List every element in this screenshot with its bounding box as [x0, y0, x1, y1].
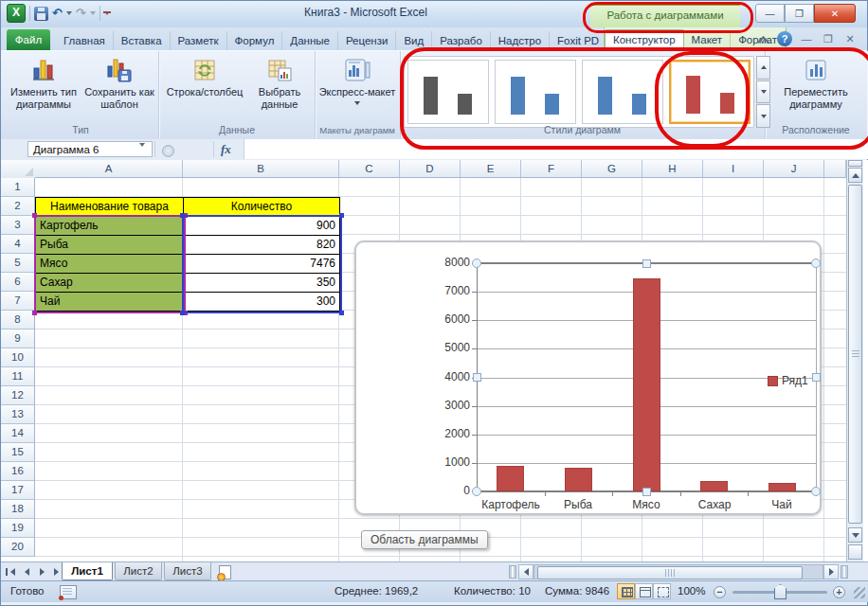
scroll-up-button[interactable] — [848, 168, 862, 183]
insert-function-icon[interactable]: fx — [221, 142, 231, 157]
row-header-7[interactable]: 7 — [1, 292, 35, 311]
chart-style-option-2[interactable] — [495, 60, 576, 124]
ribbon-tab-3[interactable]: Формул — [227, 31, 283, 50]
hscroll-right-button[interactable] — [823, 564, 839, 579]
chart-object[interactable]: 010002000300040005000600070008000Картофе… — [354, 241, 822, 515]
workbook-minimize-icon[interactable]: — — [799, 31, 814, 46]
name-box-dropdown-icon[interactable] — [139, 143, 145, 147]
previous-sheet-icon[interactable] — [21, 565, 33, 579]
scrollbar-split-handle[interactable] — [848, 160, 862, 167]
undo-dropdown-icon[interactable] — [66, 11, 72, 15]
row-header-16[interactable]: 16 — [1, 462, 35, 481]
zoom-in-button[interactable]: + — [833, 586, 845, 598]
column-header-C[interactable]: C — [339, 160, 400, 178]
row-header-1[interactable]: 1 — [1, 178, 35, 197]
worksheet-area[interactable]: ABCDEFGHIJ 12345678910111213141516171819… — [1, 160, 868, 561]
zoom-level[interactable]: 100% — [678, 585, 705, 597]
column-header-A[interactable]: A — [35, 160, 183, 178]
next-sheet-icon[interactable] — [36, 565, 48, 579]
row-header-12[interactable]: 12 — [1, 386, 35, 405]
ribbon-tab-5[interactable]: Рецензи — [338, 31, 396, 50]
name-box[interactable]: Диаграмма 6 — [27, 141, 153, 157]
ribbon-tab-7[interactable]: Разрабо — [432, 31, 491, 50]
selection-handle-square[interactable] — [812, 373, 821, 382]
save-icon[interactable] — [34, 7, 48, 21]
tab-split-handle[interactable] — [509, 565, 516, 579]
row-header-11[interactable]: 11 — [1, 367, 35, 386]
selection-handle-circle[interactable] — [472, 258, 481, 268]
close-button[interactable]: ✕ — [814, 4, 856, 23]
help-icon[interactable] — [777, 31, 792, 46]
selection-handle-square[interactable] — [473, 373, 481, 382]
selection-handle-circle[interactable] — [811, 258, 821, 268]
save-as-template-button[interactable]: Сохранить как шаблон — [82, 54, 156, 111]
workbook-close-icon[interactable]: ✕ — [842, 31, 858, 46]
zoom-out-button[interactable]: − — [714, 586, 726, 598]
selection-handle-square[interactable] — [642, 259, 651, 268]
hscroll-left-button[interactable] — [518, 564, 533, 579]
restore-button[interactable]: ❐ — [785, 4, 814, 23]
range-handle[interactable] — [32, 311, 37, 315]
minimize-button[interactable]: — — [755, 4, 785, 23]
row-header-18[interactable]: 18 — [1, 500, 35, 519]
range-handle[interactable] — [180, 311, 185, 315]
scroll-down-button[interactable] — [848, 527, 862, 543]
selection-handle-square[interactable] — [642, 488, 651, 496]
select-data-button[interactable]: Выбрать данные — [249, 54, 310, 111]
ribbon-tab-0[interactable]: Главная — [56, 31, 114, 50]
sheet-tab-3[interactable]: Лист3 — [164, 562, 211, 580]
range-handle[interactable] — [339, 213, 344, 218]
column-header-B[interactable]: B — [183, 160, 339, 178]
formula-input[interactable] — [244, 139, 868, 159]
sheet-tab-1[interactable]: Лист1 — [62, 562, 113, 580]
row-header-10[interactable]: 10 — [1, 348, 35, 367]
page-break-view-button[interactable] — [653, 583, 671, 599]
excel-logo-icon[interactable] — [7, 4, 26, 23]
range-handle[interactable] — [180, 213, 185, 218]
row-header-6[interactable]: 6 — [1, 273, 35, 292]
resize-grip[interactable] — [854, 587, 865, 598]
chart-bar-2[interactable] — [565, 468, 592, 491]
range-handle[interactable] — [32, 213, 37, 218]
sheet-tab-2[interactable]: Лист2 — [115, 562, 162, 580]
ribbon-tab-8[interactable]: Надстро — [491, 31, 550, 50]
column-header-D[interactable]: D — [400, 160, 461, 178]
chart-style-option-4[interactable] — [669, 60, 750, 124]
chart-style-option-3[interactable] — [582, 60, 663, 124]
horizontal-scrollbar[interactable] — [533, 564, 823, 579]
row-header-17[interactable]: 17 — [1, 481, 35, 500]
undo-icon[interactable]: ↶ — [52, 6, 63, 21]
row-header-19[interactable]: 19 — [1, 519, 35, 538]
select-all-corner[interactable] — [1, 160, 36, 179]
ribbon-tab-9[interactable]: Foxit PD — [550, 31, 607, 50]
column-header-F[interactable]: F — [521, 160, 582, 178]
ribbon-tab-2[interactable]: Разметк — [171, 31, 227, 50]
first-sheet-icon[interactable] — [6, 565, 18, 579]
ribbon-tab-1[interactable]: Вставка — [114, 31, 171, 50]
column-header-G[interactable]: G — [582, 160, 642, 178]
row-header-5[interactable]: 5 — [1, 254, 35, 273]
minimize-ribbon-icon[interactable] — [755, 31, 770, 46]
zoom-slider-thumb[interactable] — [774, 584, 787, 599]
scrollbar-split-handle[interactable] — [841, 565, 848, 579]
column-header-H[interactable]: H — [642, 160, 703, 178]
insert-worksheet-button[interactable] — [215, 564, 238, 579]
ribbon-tab-4[interactable]: Данные — [282, 31, 338, 50]
row-header-13[interactable]: 13 — [1, 405, 35, 424]
selection-handle-circle[interactable] — [811, 487, 821, 496]
vertical-scroll-thumb[interactable] — [848, 185, 862, 524]
workbook-restore-icon[interactable]: ❐ — [821, 31, 836, 46]
chart-bar-3[interactable] — [633, 278, 660, 491]
chart-bar-5[interactable] — [769, 483, 796, 491]
redo-icon[interactable]: ↷ — [76, 6, 86, 21]
ribbon-tab-6[interactable]: Вид — [396, 31, 432, 50]
column-header-I[interactable]: I — [703, 160, 764, 178]
contextual-tab-1[interactable]: Макет — [684, 30, 732, 50]
row-header-8[interactable]: 8 — [1, 311, 35, 330]
cell-A2[interactable]: Наименование товара — [35, 197, 184, 217]
selection-handle-circle[interactable] — [472, 487, 481, 496]
column-header-J[interactable]: J — [764, 160, 824, 178]
row-header-9[interactable]: 9 — [1, 330, 35, 348]
normal-view-button[interactable] — [617, 583, 635, 599]
tab-file[interactable]: Файл — [7, 29, 50, 50]
